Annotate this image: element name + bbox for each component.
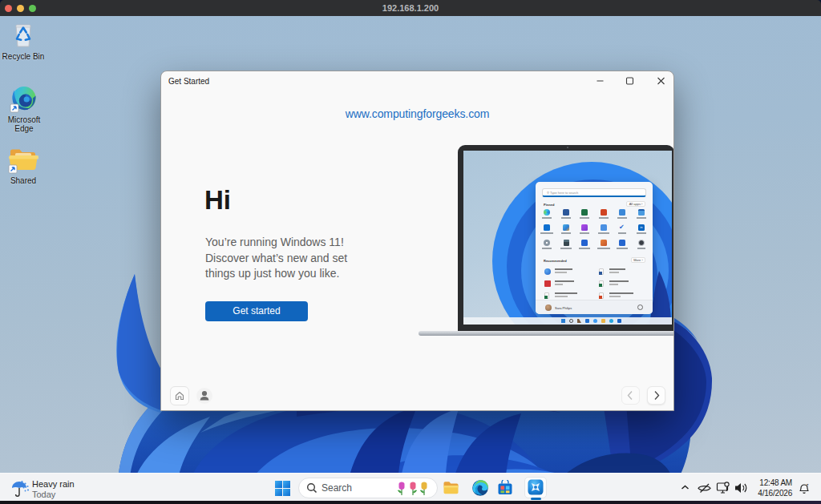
svg-text:z: z	[807, 482, 809, 487]
